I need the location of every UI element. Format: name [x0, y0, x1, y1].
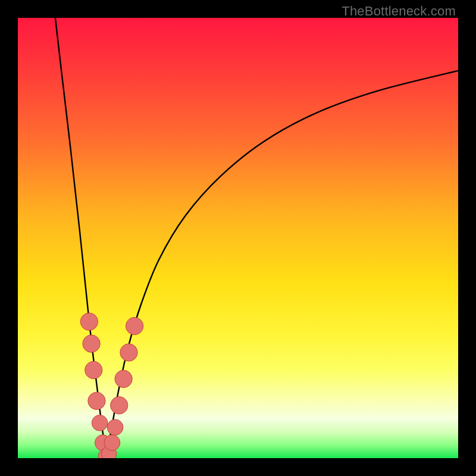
data-marker	[88, 392, 105, 409]
data-marker	[107, 419, 123, 436]
watermark-text: TheBottleneck.com	[342, 4, 456, 19]
data-marker	[83, 335, 100, 352]
data-marker	[104, 435, 120, 451]
chart-frame: TheBottleneck.com	[0, 0, 476, 476]
gradient-background	[18, 18, 458, 458]
data-marker	[92, 415, 108, 431]
data-marker	[120, 344, 137, 361]
plot-area	[18, 18, 458, 458]
data-marker	[85, 361, 102, 378]
data-marker	[115, 370, 132, 387]
data-marker	[111, 397, 128, 414]
data-marker	[126, 317, 143, 334]
data-marker	[80, 313, 98, 330]
chart-svg	[18, 18, 458, 458]
